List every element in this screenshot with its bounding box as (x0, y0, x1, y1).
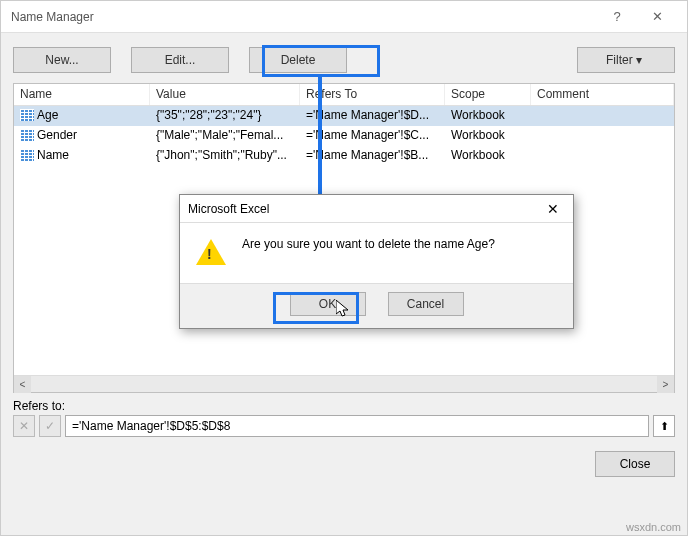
col-name[interactable]: Name (14, 84, 150, 105)
table-icon (20, 149, 34, 161)
refers-to-label: Refers to: (13, 399, 675, 413)
col-refers[interactable]: Refers To (300, 84, 445, 105)
scroll-right-icon[interactable]: > (657, 376, 674, 393)
titlebar: Name Manager ? ✕ (1, 1, 687, 33)
row-name: Age (37, 108, 58, 122)
table-icon (20, 109, 34, 121)
help-button[interactable]: ? (597, 9, 637, 24)
cancel-button[interactable]: Cancel (388, 292, 464, 316)
row-comment (531, 106, 674, 126)
cancel-edit-icon[interactable]: ✕ (13, 415, 35, 437)
row-value: {"Male";"Male";"Femal... (150, 126, 300, 146)
close-button[interactable]: Close (595, 451, 675, 477)
table-icon (20, 129, 34, 141)
commit-edit-icon[interactable]: ✓ (39, 415, 61, 437)
close-window-button[interactable]: ✕ (637, 9, 677, 24)
window-title: Name Manager (11, 10, 597, 24)
row-name: Gender (37, 128, 77, 142)
row-value: {"Jhon";"Smith";"Ruby"... (150, 146, 300, 166)
col-comment[interactable]: Comment (531, 84, 674, 105)
row-refers: ='Name Manager'!$C... (300, 126, 445, 146)
refers-to-input[interactable] (65, 415, 649, 437)
range-picker-icon[interactable]: ⬆ (653, 415, 675, 437)
col-scope[interactable]: Scope (445, 84, 531, 105)
table-row[interactable]: Name {"Jhon";"Smith";"Ruby"... ='Name Ma… (14, 146, 674, 166)
row-refers: ='Name Manager'!$D... (300, 106, 445, 126)
row-comment (531, 126, 674, 146)
horizontal-scrollbar[interactable]: < > (14, 375, 674, 392)
footer: Close (1, 437, 687, 491)
toolbar: New... Edit... Delete Filter ▾ (1, 33, 687, 83)
row-refers: ='Name Manager'!$B... (300, 146, 445, 166)
table-row[interactable]: Age {"35";"28";"23";"24"} ='Name Manager… (14, 106, 674, 126)
col-value[interactable]: Value (150, 84, 300, 105)
scroll-left-icon[interactable]: < (14, 376, 31, 393)
row-scope: Workbook (445, 146, 531, 166)
refers-to-section: Refers to: ✕ ✓ ⬆ (13, 399, 675, 437)
dialog-title: Microsoft Excel (188, 202, 541, 216)
row-comment (531, 146, 674, 166)
table-row[interactable]: Gender {"Male";"Male";"Femal... ='Name M… (14, 126, 674, 146)
dialog-text: Are you sure you want to delete the name… (242, 237, 495, 251)
dialog-close-icon[interactable]: ✕ (541, 201, 565, 217)
row-scope: Workbook (445, 106, 531, 126)
row-value: {"35";"28";"23";"24"} (150, 106, 300, 126)
new-button[interactable]: New... (13, 47, 111, 73)
ok-button[interactable]: OK (290, 292, 366, 316)
filter-button[interactable]: Filter ▾ (577, 47, 675, 73)
confirm-dialog: Microsoft Excel ✕ Are you sure you want … (179, 194, 574, 329)
grid-header: Name Value Refers To Scope Comment (14, 84, 674, 106)
delete-button[interactable]: Delete (249, 47, 347, 73)
row-name: Name (37, 148, 69, 162)
warning-icon (196, 239, 226, 265)
row-scope: Workbook (445, 126, 531, 146)
edit-button[interactable]: Edit... (131, 47, 229, 73)
watermark: wsxdn.com (626, 521, 681, 533)
